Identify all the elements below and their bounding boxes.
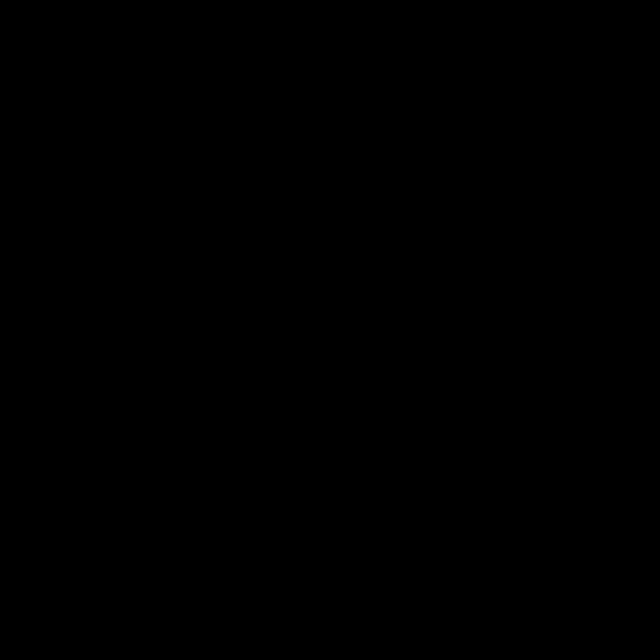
line-curve bbox=[13, 13, 631, 631]
frame-border bbox=[631, 0, 644, 644]
plot-area bbox=[13, 13, 631, 631]
frame-border bbox=[0, 0, 644, 13]
frame-border bbox=[0, 0, 13, 644]
frame-border bbox=[0, 631, 644, 644]
